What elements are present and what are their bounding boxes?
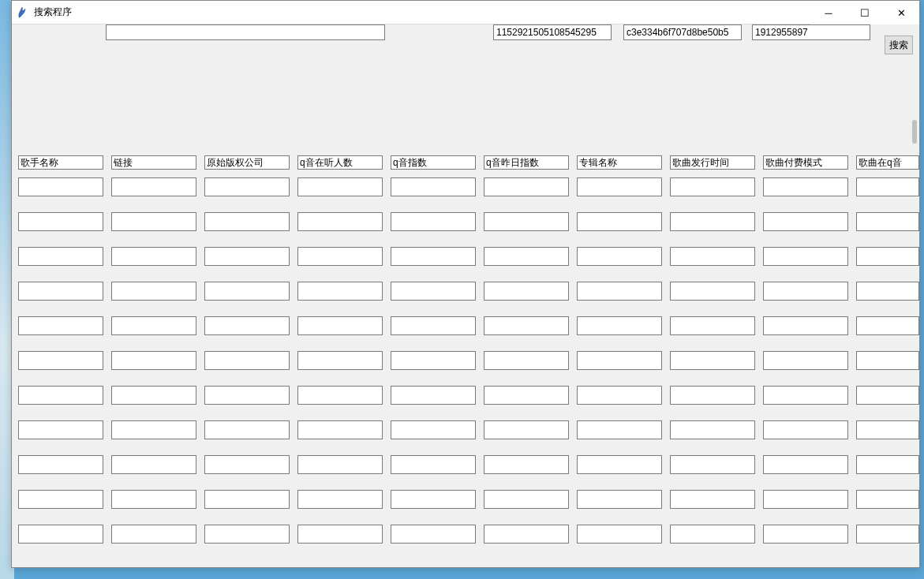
table-cell[interactable] — [297, 351, 383, 370]
table-cell[interactable] — [763, 282, 848, 301]
table-cell[interactable] — [111, 525, 196, 544]
table-cell[interactable] — [484, 386, 569, 405]
table-cell[interactable] — [577, 247, 662, 266]
table-cell[interactable] — [204, 490, 290, 509]
table-cell[interactable] — [111, 247, 196, 266]
table-cell[interactable] — [670, 212, 755, 231]
table-cell[interactable] — [484, 351, 569, 370]
table-cell[interactable] — [297, 177, 383, 196]
table-cell[interactable] — [111, 351, 196, 370]
table-cell[interactable] — [18, 247, 103, 266]
table-cell[interactable] — [111, 212, 196, 231]
table-cell[interactable] — [297, 247, 383, 266]
table-cell[interactable] — [111, 316, 196, 335]
table-cell[interactable] — [297, 282, 383, 301]
table-cell[interactable] — [18, 177, 103, 196]
table-cell[interactable] — [577, 282, 662, 301]
vertical-scroll-thumb[interactable] — [912, 120, 917, 144]
table-cell[interactable] — [670, 386, 755, 405]
table-cell[interactable] — [18, 490, 103, 509]
table-cell[interactable] — [577, 420, 662, 439]
table-cell[interactable] — [297, 525, 383, 544]
table-cell[interactable] — [763, 212, 848, 231]
table-cell[interactable] — [670, 455, 755, 474]
search-input[interactable] — [106, 24, 385, 40]
table-cell[interactable] — [204, 247, 290, 266]
table-cell[interactable] — [18, 525, 103, 544]
table-cell[interactable] — [856, 212, 919, 231]
table-cell[interactable] — [763, 351, 848, 370]
table-cell[interactable] — [391, 177, 476, 196]
table-cell[interactable] — [204, 455, 290, 474]
table-cell[interactable] — [670, 490, 755, 509]
table-cell[interactable] — [484, 177, 569, 196]
table-cell[interactable] — [18, 386, 103, 405]
table-cell[interactable] — [297, 455, 383, 474]
table-cell[interactable] — [856, 525, 919, 544]
table-cell[interactable] — [391, 386, 476, 405]
table-cell[interactable] — [763, 316, 848, 335]
param1-input[interactable] — [493, 24, 612, 40]
table-cell[interactable] — [204, 525, 290, 544]
table-cell[interactable] — [670, 247, 755, 266]
table-cell[interactable] — [297, 420, 383, 439]
table-cell[interactable] — [111, 490, 196, 509]
table-cell[interactable] — [484, 490, 569, 509]
table-cell[interactable] — [763, 247, 848, 266]
minimize-button[interactable]: ─ — [810, 1, 847, 24]
table-cell[interactable] — [577, 316, 662, 335]
table-cell[interactable] — [856, 177, 919, 196]
table-cell[interactable] — [484, 316, 569, 335]
table-cell[interactable] — [391, 490, 476, 509]
table-cell[interactable] — [18, 455, 103, 474]
table-cell[interactable] — [670, 177, 755, 196]
table-cell[interactable] — [484, 420, 569, 439]
table-cell[interactable] — [763, 420, 848, 439]
table-cell[interactable] — [856, 490, 919, 509]
table-cell[interactable] — [856, 455, 919, 474]
table-cell[interactable] — [763, 177, 848, 196]
vertical-scrollbar[interactable] — [912, 53, 917, 561]
table-cell[interactable] — [204, 316, 290, 335]
table-cell[interactable] — [670, 525, 755, 544]
table-cell[interactable] — [18, 351, 103, 370]
table-cell[interactable] — [391, 247, 476, 266]
table-cell[interactable] — [577, 351, 662, 370]
maximize-button[interactable]: ☐ — [847, 1, 883, 24]
table-cell[interactable] — [856, 386, 919, 405]
table-cell[interactable] — [18, 282, 103, 301]
table-cell[interactable] — [204, 420, 290, 439]
table-cell[interactable] — [856, 282, 919, 301]
close-button[interactable]: ✕ — [883, 1, 919, 24]
titlebar[interactable]: 搜索程序 ─ ☐ ✕ — [12, 1, 919, 24]
table-cell[interactable] — [391, 420, 476, 439]
table-cell[interactable] — [297, 386, 383, 405]
param2-input[interactable] — [623, 24, 742, 40]
table-cell[interactable] — [763, 386, 848, 405]
table-cell[interactable] — [111, 282, 196, 301]
table-cell[interactable] — [204, 351, 290, 370]
table-cell[interactable] — [204, 212, 290, 231]
table-cell[interactable] — [111, 386, 196, 405]
table-cell[interactable] — [111, 177, 196, 196]
table-cell[interactable] — [111, 420, 196, 439]
table-cell[interactable] — [111, 455, 196, 474]
table-cell[interactable] — [577, 212, 662, 231]
table-cell[interactable] — [670, 316, 755, 335]
table-cell[interactable] — [856, 247, 919, 266]
table-cell[interactable] — [18, 316, 103, 335]
table-cell[interactable] — [577, 525, 662, 544]
param3-input[interactable] — [752, 24, 870, 40]
table-cell[interactable] — [484, 455, 569, 474]
table-cell[interactable] — [670, 420, 755, 439]
table-cell[interactable] — [763, 490, 848, 509]
table-cell[interactable] — [297, 212, 383, 231]
table-cell[interactable] — [391, 525, 476, 544]
table-cell[interactable] — [204, 386, 290, 405]
table-cell[interactable] — [391, 351, 476, 370]
table-cell[interactable] — [297, 316, 383, 335]
table-cell[interactable] — [577, 455, 662, 474]
table-cell[interactable] — [763, 525, 848, 544]
table-cell[interactable] — [577, 386, 662, 405]
table-cell[interactable] — [484, 525, 569, 544]
